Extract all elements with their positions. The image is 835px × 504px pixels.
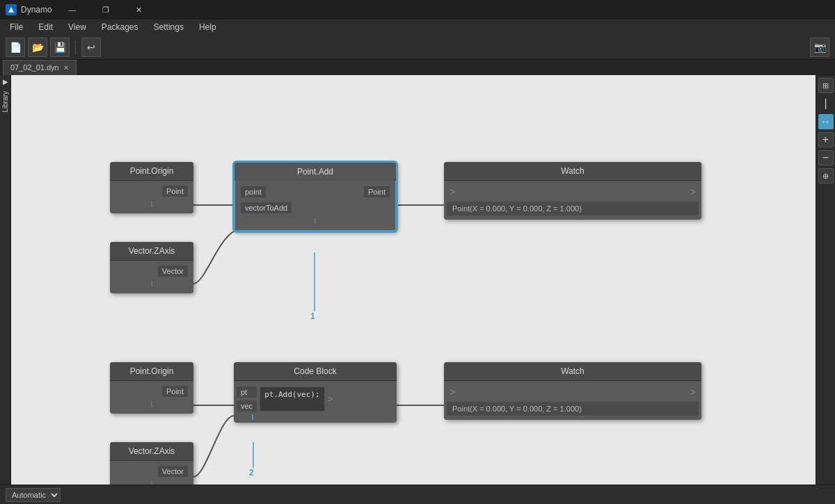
node-code-block-body: pt vec pt.Add(vec); > bbox=[234, 381, 397, 423]
tab-close-icon[interactable]: ✕ bbox=[63, 64, 69, 72]
port-row-output: Point bbox=[110, 384, 193, 399]
open-button[interactable]: 📂 bbox=[28, 38, 47, 57]
menu-bar: File Edit View Packages Settings Help bbox=[0, 19, 835, 35]
window-controls: — ❐ ✕ bbox=[56, 0, 155, 19]
new-button[interactable]: 📄 bbox=[6, 38, 25, 57]
menu-settings[interactable]: Settings bbox=[147, 21, 191, 33]
undo-button[interactable]: ↩ bbox=[81, 38, 101, 57]
node-vector-zaxis-1-header: Vector.ZAxis bbox=[110, 242, 193, 261]
node-vector-zaxis-2-header: Vector.ZAxis bbox=[110, 442, 193, 461]
sidebar-toggle-icon[interactable]: ▶ bbox=[3, 78, 8, 86]
toolbar: 📄 📂 💾 ↩ 📷 bbox=[0, 35, 835, 60]
toolbar-separator bbox=[75, 40, 76, 54]
node-watch-1-body: > > Point(X = 0.000, Y = 0.000, Z = 1.00… bbox=[444, 181, 701, 220]
zoom-reset-button[interactable]: ⊕ bbox=[818, 168, 834, 184]
port-point-input-label: point bbox=[241, 186, 266, 197]
watch2-output-connector: > bbox=[690, 387, 696, 398]
port-vector-label: Vector bbox=[158, 266, 188, 277]
node-footer: I bbox=[110, 399, 193, 411]
code-ports-left: pt vec bbox=[237, 387, 257, 412]
connection-label-1: 1 bbox=[310, 311, 315, 321]
port-row-output: Vector bbox=[110, 263, 193, 279]
node-watch-2-body: > > Point(X = 0.000, Y = 0.000, Z = 1.00… bbox=[444, 381, 701, 420]
node-watch-1[interactable]: Watch > > Point(X = 0.000, Y = 0.000, Z … bbox=[444, 162, 701, 220]
node-watch-2-header: Watch bbox=[444, 362, 701, 381]
code-node-content: pt vec pt.Add(vec); > bbox=[234, 384, 397, 414]
port-point-label: Point bbox=[162, 186, 188, 197]
port-point2-label: Point bbox=[162, 386, 188, 397]
menu-help[interactable]: Help bbox=[192, 21, 223, 33]
code-content-area[interactable]: pt.Add(vec); bbox=[260, 387, 324, 412]
node-watch-1-header: Watch bbox=[444, 162, 701, 181]
tab-bar: 07_02_01.dyn ✕ bbox=[0, 60, 835, 75]
node-point-add-body: point Point vectorToAdd I bbox=[234, 181, 397, 231]
node-code-block-header: Code Block bbox=[234, 362, 397, 381]
node-code-block[interactable]: Code Block pt vec pt.Add(vec); > bbox=[234, 362, 397, 423]
node-point-add-header: Point.Add bbox=[233, 161, 397, 181]
node-point-add-footer: I bbox=[235, 216, 395, 227]
title-bar: Dynamo — ❐ ✕ bbox=[0, 0, 835, 19]
port-row-output: Vector bbox=[110, 464, 193, 479]
node-point-origin-2-header: Point.Origin bbox=[110, 362, 193, 381]
node-vector-zaxis-2[interactable]: Vector.ZAxis Vector I bbox=[110, 442, 193, 485]
port-point-output-label: Point bbox=[364, 186, 390, 197]
menu-packages[interactable]: Packages bbox=[95, 21, 145, 33]
screenshot-button[interactable]: 📷 bbox=[810, 38, 829, 57]
node-footer: I bbox=[110, 199, 193, 211]
run-mode-select[interactable]: Automatic Manual bbox=[6, 488, 61, 502]
node-point-origin-2-body: Point I bbox=[110, 381, 193, 414]
code-output-connector: > bbox=[328, 393, 333, 405]
node-footer: I bbox=[110, 479, 193, 485]
watch-output-value-2: Point(X = 0.000, Y = 0.000, Z = 1.000) bbox=[447, 402, 699, 416]
node-point-add[interactable]: Point.Add point Point vectorToAdd I bbox=[234, 162, 397, 231]
minimize-button[interactable]: — bbox=[56, 0, 88, 19]
right-toolbar: ⊞ | ↔ + − ⊕ bbox=[816, 75, 835, 485]
main-area: ▶ Library Point.Origin bbox=[0, 75, 835, 485]
code-port-right: > bbox=[328, 387, 333, 412]
tab-label: 07_02_01.dyn bbox=[10, 63, 59, 72]
menu-view[interactable]: View bbox=[61, 21, 93, 33]
connection-label-2: 2 bbox=[249, 468, 254, 478]
tab-main[interactable]: 07_02_01.dyn ✕ bbox=[3, 60, 77, 75]
maximize-button[interactable]: ❐ bbox=[90, 0, 122, 19]
separator-icon: | bbox=[818, 96, 834, 111]
canvas[interactable]: Point.Origin Point I Vector.ZAxis Vector… bbox=[11, 75, 816, 485]
menu-edit[interactable]: Edit bbox=[31, 21, 60, 33]
code-port-pt: pt bbox=[237, 387, 257, 398]
port-vector2-label: Vector bbox=[158, 466, 188, 477]
watch-input-connector: > bbox=[450, 186, 455, 197]
watch-output-value-1: Point(X = 0.000, Y = 0.000, Z = 1.000) bbox=[447, 202, 699, 216]
menu-file[interactable]: File bbox=[3, 21, 30, 33]
app-icon bbox=[6, 4, 17, 15]
watch-output-connector: > bbox=[690, 186, 696, 197]
node-point-origin-1-body: Point I bbox=[110, 181, 193, 213]
node-vector-zaxis-1[interactable]: Vector.ZAxis Vector I bbox=[110, 242, 193, 293]
zoom-in-button[interactable]: + bbox=[818, 132, 834, 147]
node-vector-zaxis-1-body: Vector I bbox=[110, 261, 193, 293]
save-button[interactable]: 💾 bbox=[50, 38, 70, 57]
grid-view-button[interactable]: ⊞ bbox=[818, 78, 834, 93]
node-point-origin-1-header: Point.Origin bbox=[110, 162, 193, 181]
port-vectortoadd-label: vectorToAdd bbox=[241, 202, 292, 213]
sidebar-library-label[interactable]: Library bbox=[1, 91, 9, 113]
app-title: Dynamo bbox=[21, 5, 52, 15]
node-footer: I bbox=[110, 279, 193, 291]
sidebar: ▶ Library bbox=[0, 75, 11, 485]
zoom-out-button[interactable]: − bbox=[818, 150, 834, 165]
node-point-origin-2[interactable]: Point.Origin Point I bbox=[110, 362, 193, 414]
close-button[interactable]: ✕ bbox=[123, 0, 155, 19]
status-bar: Automatic Manual bbox=[0, 485, 835, 504]
fit-view-button[interactable]: ↔ bbox=[818, 114, 834, 129]
watch2-input-connector: > bbox=[450, 387, 455, 398]
port-row-output: Point bbox=[110, 184, 193, 199]
node-watch-2[interactable]: Watch > > Point(X = 0.000, Y = 0.000, Z … bbox=[444, 362, 701, 420]
node-point-origin-1[interactable]: Point.Origin Point I bbox=[110, 162, 193, 213]
code-port-vec: vec bbox=[237, 400, 257, 412]
node-vector-zaxis-2-body: Vector I bbox=[110, 461, 193, 485]
